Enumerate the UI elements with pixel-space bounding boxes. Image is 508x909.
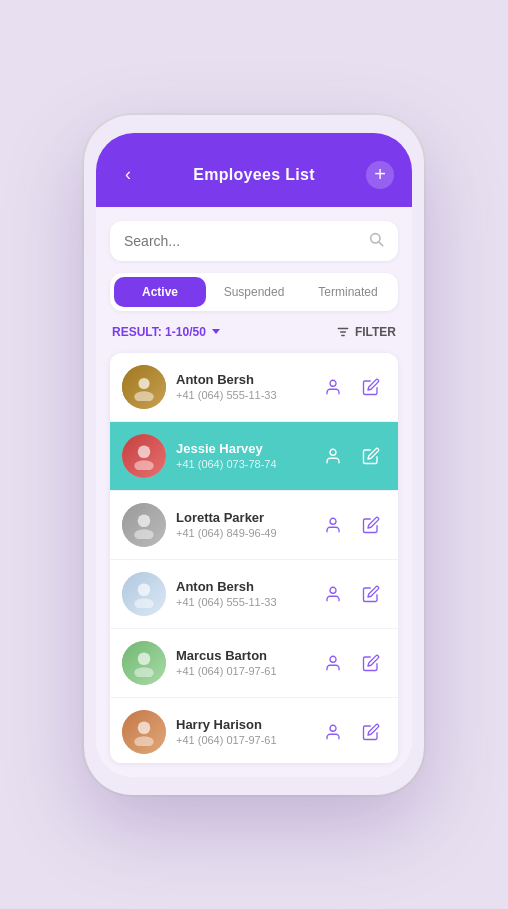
svg-point-21 bbox=[134, 736, 154, 746]
profile-button[interactable] bbox=[318, 510, 348, 540]
edit-button[interactable] bbox=[356, 717, 386, 747]
profile-button[interactable] bbox=[318, 579, 348, 609]
employee-item[interactable]: Marcus Barton +41 (064) 017-97-61 bbox=[110, 629, 398, 698]
employee-actions bbox=[318, 510, 386, 540]
svg-point-7 bbox=[330, 380, 336, 386]
svg-point-18 bbox=[134, 667, 154, 677]
svg-point-16 bbox=[330, 587, 336, 593]
search-input[interactable] bbox=[124, 233, 360, 249]
svg-point-5 bbox=[138, 377, 149, 388]
employee-name: Marcus Barton bbox=[176, 648, 308, 663]
avatar bbox=[122, 365, 166, 409]
employee-info: Anton Bersh +41 (064) 555-11-33 bbox=[176, 372, 308, 401]
add-button[interactable]: + bbox=[366, 161, 394, 189]
svg-point-15 bbox=[134, 598, 154, 608]
phone-device: ‹ Employees List + Active Suspended bbox=[84, 115, 424, 795]
employee-actions bbox=[318, 441, 386, 471]
svg-point-11 bbox=[138, 514, 151, 527]
svg-line-1 bbox=[379, 242, 383, 246]
phone-notch bbox=[209, 115, 299, 129]
employee-info: Marcus Barton +41 (064) 017-97-61 bbox=[176, 648, 308, 677]
employee-info: Harry Harison +41 (064) 017-97-61 bbox=[176, 717, 308, 746]
employee-item[interactable]: Harry Harison +41 (064) 017-97-61 bbox=[110, 698, 398, 763]
result-count: RESULT: 1-10/50 bbox=[112, 325, 220, 339]
employee-phone: +41 (064) 555-11-33 bbox=[176, 596, 308, 608]
employee-actions bbox=[318, 579, 386, 609]
edit-button[interactable] bbox=[356, 579, 386, 609]
tab-suspended[interactable]: Suspended bbox=[208, 277, 300, 307]
employee-item[interactable]: Jessie Harvey +41 (064) 073-78-74 bbox=[110, 422, 398, 491]
svg-point-17 bbox=[138, 652, 151, 665]
svg-point-13 bbox=[330, 518, 336, 524]
svg-point-14 bbox=[138, 583, 151, 596]
avatar bbox=[122, 710, 166, 754]
phone-screen: ‹ Employees List + Active Suspended bbox=[96, 133, 412, 777]
profile-button[interactable] bbox=[318, 372, 348, 402]
search-bar bbox=[110, 221, 398, 261]
avatar bbox=[122, 503, 166, 547]
employee-item[interactable]: Anton Bersh +41 (064) 555-11-33 bbox=[110, 560, 398, 629]
employee-name: Anton Bersh bbox=[176, 579, 308, 594]
search-icon bbox=[368, 231, 384, 251]
svg-point-8 bbox=[138, 445, 151, 458]
svg-point-20 bbox=[138, 721, 151, 734]
result-bar: RESULT: 1-10/50 FILTER bbox=[110, 323, 398, 341]
filter-label: FILTER bbox=[355, 325, 396, 339]
edit-button[interactable] bbox=[356, 441, 386, 471]
back-button[interactable]: ‹ bbox=[114, 164, 142, 185]
avatar bbox=[122, 434, 166, 478]
employee-info: Jessie Harvey +41 (064) 073-78-74 bbox=[176, 441, 308, 470]
page-title: Employees List bbox=[193, 166, 315, 184]
employee-name: Jessie Harvey bbox=[176, 441, 308, 456]
employee-actions bbox=[318, 372, 386, 402]
employee-actions bbox=[318, 717, 386, 747]
profile-button[interactable] bbox=[318, 648, 348, 678]
employee-item[interactable]: Loretta Parker +41 (064) 849-96-49 bbox=[110, 491, 398, 560]
tab-terminated[interactable]: Terminated bbox=[302, 277, 394, 307]
profile-button[interactable] bbox=[318, 441, 348, 471]
edit-button[interactable] bbox=[356, 510, 386, 540]
employee-info: Loretta Parker +41 (064) 849-96-49 bbox=[176, 510, 308, 539]
employee-name: Harry Harison bbox=[176, 717, 308, 732]
employee-phone: +41 (064) 555-11-33 bbox=[176, 389, 308, 401]
avatar bbox=[122, 641, 166, 685]
employee-phone: +41 (064) 017-97-61 bbox=[176, 665, 308, 677]
chevron-down-icon bbox=[212, 329, 220, 334]
svg-point-22 bbox=[330, 725, 336, 731]
tab-active[interactable]: Active bbox=[114, 277, 206, 307]
employee-name: Anton Bersh bbox=[176, 372, 308, 387]
main-body: Active Suspended Terminated RESULT: 1-10… bbox=[96, 207, 412, 777]
svg-point-9 bbox=[134, 460, 154, 470]
employee-phone: +41 (064) 849-96-49 bbox=[176, 527, 308, 539]
filter-tabs: Active Suspended Terminated bbox=[110, 273, 398, 311]
svg-point-19 bbox=[330, 656, 336, 662]
filter-button[interactable]: FILTER bbox=[336, 325, 396, 339]
employee-info: Anton Bersh +41 (064) 555-11-33 bbox=[176, 579, 308, 608]
header: ‹ Employees List + bbox=[96, 133, 412, 207]
profile-button[interactable] bbox=[318, 717, 348, 747]
avatar bbox=[122, 572, 166, 616]
employee-actions bbox=[318, 648, 386, 678]
edit-button[interactable] bbox=[356, 648, 386, 678]
employee-name: Loretta Parker bbox=[176, 510, 308, 525]
svg-point-6 bbox=[134, 391, 154, 401]
employee-phone: +41 (064) 073-78-74 bbox=[176, 458, 308, 470]
employee-list: Anton Bersh +41 (064) 555-11-33 bbox=[110, 353, 398, 763]
employee-phone: +41 (064) 017-97-61 bbox=[176, 734, 308, 746]
svg-point-10 bbox=[330, 449, 336, 455]
svg-point-12 bbox=[134, 529, 154, 539]
employee-item[interactable]: Anton Bersh +41 (064) 555-11-33 bbox=[110, 353, 398, 422]
edit-button[interactable] bbox=[356, 372, 386, 402]
